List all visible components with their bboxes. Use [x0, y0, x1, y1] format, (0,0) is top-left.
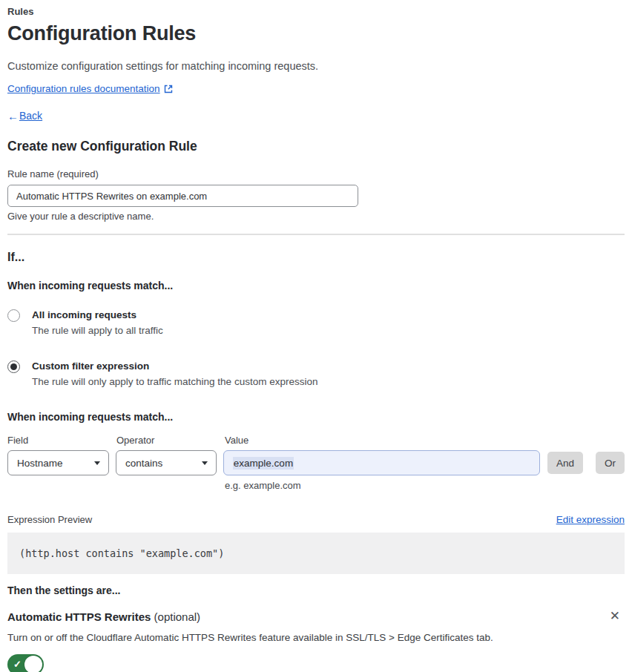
back-arrow-icon[interactable]: ←: [7, 110, 19, 122]
expression-builder-heading: When incoming requests match...: [7, 410, 625, 424]
value-input[interactable]: example.com: [223, 450, 540, 475]
and-button[interactable]: And: [547, 452, 583, 474]
radio-option-label: Custom filter expression: [32, 360, 317, 372]
documentation-link[interactable]: Configuration rules documentation: [7, 82, 160, 95]
or-button[interactable]: Or: [596, 452, 625, 474]
setting-title-text: Automatic HTTPS Rewrites: [7, 610, 151, 623]
configuration-rules-page: Rules Configuration Rules Customize conf…: [0, 0, 632, 672]
rule-name-input[interactable]: [7, 185, 358, 207]
setting-title: Automatic HTTPS Rewrites (optional): [7, 610, 200, 625]
expression-code-text: (http.host contains "example.com"): [19, 547, 224, 559]
page-title: Configuration Rules: [7, 21, 625, 46]
back-link[interactable]: ← Back: [7, 110, 625, 122]
setting-description: Turn on or off the Cloudflare Automatic …: [7, 631, 625, 644]
breadcrumb: Rules: [7, 6, 625, 18]
radio-option-all-requests[interactable]: All incoming requests The rule will appl…: [7, 309, 625, 337]
radio-option-custom-expression[interactable]: Custom filter expression The rule will o…: [7, 360, 625, 388]
radio-button-icon[interactable]: [7, 309, 20, 322]
then-settings-heading: Then the settings are...: [7, 584, 625, 597]
expression-preview-code: (http.host contains "example.com"): [7, 533, 625, 574]
external-link-icon: [164, 85, 173, 93]
value-help-text: e.g. example.com: [225, 480, 625, 492]
chevron-down-icon: [94, 461, 100, 465]
automatic-https-rewrites-toggle[interactable]: ✓: [7, 654, 44, 672]
back-link-label[interactable]: Back: [19, 110, 42, 122]
section-divider: [7, 234, 625, 235]
radio-button-icon[interactable]: [7, 360, 20, 373]
field-column-label: Field: [7, 435, 116, 447]
edit-expression-link[interactable]: Edit expression: [556, 514, 625, 525]
operator-column-label: Operator: [116, 435, 225, 447]
field-select[interactable]: Hostname: [7, 450, 109, 475]
toggle-knob: [24, 656, 42, 672]
close-icon[interactable]: ✕: [605, 610, 625, 623]
value-column-label: Value: [225, 435, 248, 447]
match-type-label: When incoming requests match...: [7, 279, 625, 292]
chevron-down-icon: [202, 461, 208, 465]
create-rule-heading: Create new Configuration Rule: [7, 137, 625, 155]
radio-option-description: The rule will only apply to traffic matc…: [32, 375, 317, 388]
page-subtitle: Customize configuration settings for mat…: [7, 59, 625, 73]
expression-preview-label: Expression Preview: [7, 513, 92, 526]
operator-select[interactable]: contains: [116, 450, 217, 475]
radio-option-description: The rule will apply to all traffic: [32, 324, 163, 337]
radio-option-label: All incoming requests: [32, 309, 163, 321]
field-select-value: Hostname: [17, 458, 63, 469]
setting-optional-suffix: (optional): [151, 610, 200, 623]
rule-name-label: Rule name (required): [7, 168, 625, 180]
value-input-text: example.com: [233, 457, 294, 470]
rule-name-help: Give your rule a descriptive name.: [7, 211, 625, 223]
operator-select-value: contains: [125, 458, 162, 469]
if-heading: If...: [7, 249, 625, 266]
check-icon: ✓: [13, 659, 22, 670]
